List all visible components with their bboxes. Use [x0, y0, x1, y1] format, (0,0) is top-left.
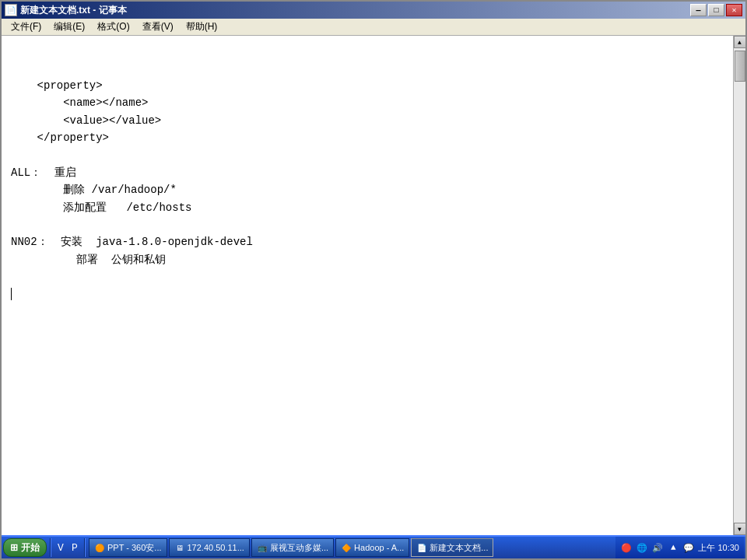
taskbar-divider — [50, 538, 51, 557]
scrollbar-thumb[interactable] — [735, 51, 745, 82]
menu-bar: 文件(F) 编辑(E) 格式(O) 查看(V) 帮助(H) — [2, 19, 745, 36]
editor-container: <property> <name></name> <value></value>… — [2, 36, 745, 535]
quicklaunch-p[interactable]: P — [68, 541, 81, 554]
maximize-button[interactable]: □ — [708, 4, 724, 16]
app-icon: 📄 — [5, 4, 17, 16]
systray-shield[interactable]: 🔴 — [620, 541, 633, 554]
systray-msg[interactable]: 💬 — [682, 541, 695, 554]
taskbar-hadoop[interactable]: 🔶 Hadoop - A... — [335, 538, 409, 557]
quicklaunch-v2[interactable]: V — [54, 541, 67, 554]
taskbar-ppt[interactable]: 🟠 PPT - 360安... — [89, 538, 167, 557]
close-button[interactable]: ✕ — [726, 4, 742, 16]
notepad-window: 📄 新建文本文档.txt - 记事本 — □ ✕ 文件(F) 编辑(E) 格式(… — [0, 0, 747, 560]
menu-edit[interactable]: 编辑(E) — [47, 19, 91, 35]
scrollbar-track — [734, 48, 745, 523]
editor-textarea[interactable]: <property> <name></name> <value></value>… — [2, 36, 733, 535]
scroll-down-button[interactable]: ▼ — [734, 523, 746, 535]
menu-file[interactable]: 文件(F) — [5, 19, 47, 35]
hadoop-label: Hadoop - A... — [354, 543, 404, 552]
scroll-up-button[interactable]: ▲ — [734, 36, 746, 48]
menu-view[interactable]: 查看(V) — [136, 19, 180, 35]
start-button[interactable]: ⊞ 开始 — [3, 538, 47, 557]
menu-format[interactable]: 格式(O) — [91, 19, 135, 35]
start-label: 开始 — [21, 541, 40, 555]
taskbar-notepad[interactable]: 📄 新建文本文档... — [411, 538, 493, 557]
taskbar-zhanshi[interactable]: 📺 展视互动多媒... — [251, 538, 334, 557]
ppt-label: PPT - 360安... — [107, 542, 162, 554]
systray-network[interactable]: 🌐 — [636, 541, 648, 554]
remote-label: 172.40.50.11... — [188, 543, 244, 552]
window-title: 新建文本文档.txt - 记事本 — [20, 4, 127, 17]
notepad-label: 新建文本文档... — [430, 542, 488, 554]
vertical-scrollbar[interactable]: ▲ ▼ — [733, 36, 745, 535]
title-bar-left: 📄 新建文本文档.txt - 记事本 — [5, 4, 127, 17]
taskbar-remote[interactable]: 🖥 172.40.50.11... — [169, 538, 250, 557]
clock-display: 上午 10:30 — [698, 542, 739, 554]
title-buttons: — □ ✕ — [690, 4, 742, 16]
ppt-icon: 🟠 — [94, 542, 105, 553]
menu-help[interactable]: 帮助(H) — [180, 19, 224, 35]
hadoop-icon: 🔶 — [341, 542, 352, 553]
remote-icon: 🖥 — [174, 542, 185, 553]
title-bar: 📄 新建文本文档.txt - 记事本 — □ ✕ — [2, 2, 745, 19]
taskbar-divider2 — [84, 538, 86, 557]
taskbar: ⊞ 开始 V P 🟠 PPT - 360安... 🖥 172.40.50.11.… — [2, 535, 745, 558]
start-icon: ⊞ — [10, 542, 18, 553]
notepad-icon: 📄 — [416, 542, 427, 553]
minimize-button[interactable]: — — [690, 4, 707, 16]
zhanshi-label: 展视互动多媒... — [270, 542, 328, 554]
systray-arrow[interactable]: ▲ — [667, 541, 679, 554]
system-tray: 🔴 🌐 🔊 ▲ 💬 上午 10:30 — [615, 537, 744, 558]
systray-volume[interactable]: 🔊 — [651, 541, 664, 554]
zhanshi-icon: 📺 — [257, 542, 268, 553]
